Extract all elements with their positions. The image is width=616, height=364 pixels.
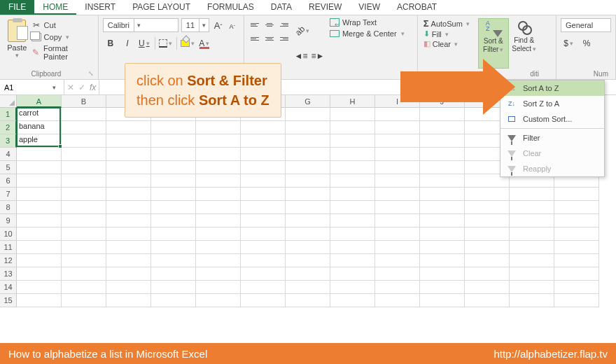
cell-c3[interactable] <box>106 134 151 148</box>
cell-c12[interactable] <box>106 254 151 267</box>
cell-j15[interactable] <box>420 294 465 307</box>
cell-c6[interactable] <box>106 174 151 188</box>
cell-j4[interactable] <box>420 148 465 161</box>
cell-f9[interactable] <box>241 214 286 227</box>
cell-e8[interactable] <box>196 201 241 214</box>
cancel-icon[interactable]: ✕ <box>67 83 74 92</box>
cell-h13[interactable] <box>330 267 375 281</box>
fill-handle[interactable] <box>58 144 62 148</box>
cell-g4[interactable] <box>286 148 330 161</box>
cell-e5[interactable] <box>196 161 241 174</box>
cell-l8[interactable] <box>510 201 554 214</box>
cell-m9[interactable] <box>554 214 599 227</box>
cell-m11[interactable] <box>554 241 599 254</box>
cell-e9[interactable] <box>196 214 241 227</box>
name-box-input[interactable] <box>0 83 49 92</box>
cell-d13[interactable] <box>151 267 196 281</box>
row-header-2[interactable]: 2 <box>0 121 17 134</box>
cell-e3[interactable] <box>196 134 241 148</box>
cell-h3[interactable] <box>330 134 375 148</box>
cell-b1[interactable] <box>62 108 106 121</box>
row-header-3[interactable]: 3 <box>0 134 17 148</box>
row-header-5[interactable]: 5 <box>0 161 17 174</box>
cell-i12[interactable] <box>375 254 420 267</box>
column-header-b[interactable]: B <box>62 95 106 108</box>
cell-g9[interactable] <box>286 214 330 227</box>
cell-c2[interactable] <box>106 121 151 134</box>
cell-a3[interactable]: apple <box>17 134 62 148</box>
cell-g11[interactable] <box>286 241 330 254</box>
cell-d4[interactable] <box>151 148 196 161</box>
cell-h15[interactable] <box>330 294 375 307</box>
cell-m7[interactable] <box>554 188 599 201</box>
cell-b10[interactable] <box>62 227 106 241</box>
cell-e12[interactable] <box>196 254 241 267</box>
chevron-down-icon[interactable]: ▾ <box>199 19 209 31</box>
tab-view[interactable]: VIEW <box>350 0 388 15</box>
cell-k12[interactable] <box>465 254 510 267</box>
tab-formulas[interactable]: FORMULAS <box>199 0 262 15</box>
chevron-down-icon[interactable]: ▾ <box>49 81 59 94</box>
cell-h2[interactable] <box>330 121 375 134</box>
decrease-indent-button[interactable]: ◄≡ <box>293 49 309 63</box>
cell-b5[interactable] <box>62 161 106 174</box>
cell-e13[interactable] <box>196 267 241 281</box>
merge-center-button[interactable]: Merge & Center▾ <box>330 29 405 38</box>
cell-i13[interactable] <box>375 267 420 281</box>
cell-j3[interactable] <box>420 134 465 148</box>
cell-e2[interactable] <box>196 121 241 134</box>
cell-j5[interactable] <box>420 161 465 174</box>
currency-button[interactable]: $▾ <box>561 36 576 50</box>
cell-k10[interactable] <box>465 227 510 241</box>
cell-c5[interactable] <box>106 161 151 174</box>
increase-font-button[interactable]: Aˆ <box>212 20 225 31</box>
cell-g3[interactable] <box>286 134 330 148</box>
cell-f10[interactable] <box>241 227 286 241</box>
cell-k15[interactable] <box>465 294 510 307</box>
cell-g14[interactable] <box>286 281 330 294</box>
cell-g7[interactable] <box>286 188 330 201</box>
number-format-select[interactable]: General <box>561 18 611 32</box>
row-header-4[interactable]: 4 <box>0 148 17 161</box>
cell-j11[interactable] <box>420 241 465 254</box>
cell-a10[interactable] <box>17 227 62 241</box>
clear-button[interactable]: ◧Clear▾ <box>422 39 478 48</box>
row-header-6[interactable]: 6 <box>0 174 17 188</box>
chevron-down-icon[interactable]: ▾ <box>466 20 470 27</box>
cell-f8[interactable] <box>241 201 286 214</box>
align-middle-button[interactable] <box>262 18 276 31</box>
tab-acrobat[interactable]: ACROBAT <box>388 0 445 15</box>
menu-custom-sort[interactable]: Custom Sort... <box>500 111 604 127</box>
cell-i7[interactable] <box>375 188 420 201</box>
select-all-corner[interactable] <box>0 95 17 108</box>
cell-d6[interactable] <box>151 174 196 188</box>
cell-g13[interactable] <box>286 267 330 281</box>
align-bottom-button[interactable] <box>276 18 290 31</box>
cell-g1[interactable] <box>286 108 330 121</box>
cell-c10[interactable] <box>106 227 151 241</box>
cell-l10[interactable] <box>510 227 554 241</box>
row-header-9[interactable]: 9 <box>0 214 17 227</box>
cell-c15[interactable] <box>106 294 151 307</box>
cell-h1[interactable] <box>330 108 375 121</box>
cell-l11[interactable] <box>510 241 554 254</box>
copy-button[interactable]: Copy▾ <box>30 32 94 42</box>
cell-d15[interactable] <box>151 294 196 307</box>
cell-g5[interactable] <box>286 161 330 174</box>
cell-l13[interactable] <box>510 267 554 281</box>
cell-m15[interactable] <box>554 294 599 307</box>
cell-b7[interactable] <box>62 188 106 201</box>
cell-i3[interactable] <box>375 134 420 148</box>
cell-i4[interactable] <box>375 148 420 161</box>
paste-button[interactable]: Paste ▾ <box>4 18 30 69</box>
row-header-10[interactable]: 10 <box>0 227 17 241</box>
row-header-14[interactable]: 14 <box>0 281 17 294</box>
cell-b12[interactable] <box>62 254 106 267</box>
fill-button[interactable]: ⬇Fill▾ <box>422 29 478 38</box>
cell-j7[interactable] <box>420 188 465 201</box>
percent-button[interactable]: % <box>579 36 594 50</box>
cell-j6[interactable] <box>420 174 465 188</box>
cell-i8[interactable] <box>375 201 420 214</box>
cell-m10[interactable] <box>554 227 599 241</box>
cell-f5[interactable] <box>241 161 286 174</box>
